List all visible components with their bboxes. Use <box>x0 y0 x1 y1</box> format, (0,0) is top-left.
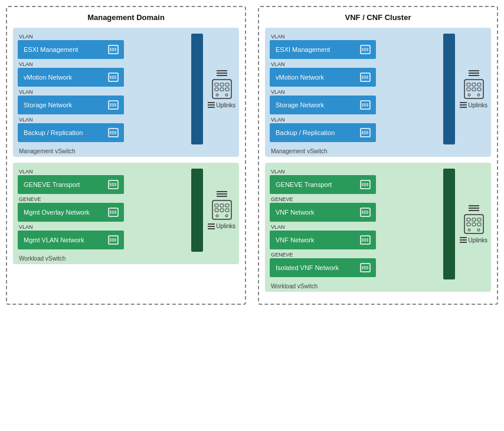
port-icon <box>359 234 371 246</box>
network-entry: VLAN vMotion Network <box>18 61 191 87</box>
dark-stripe <box>191 34 203 144</box>
network-block: VNF Network <box>270 203 376 222</box>
networks-col: VLAN ESXI Management VLAN vMotion Networ… <box>270 34 443 144</box>
h-line <box>469 73 479 74</box>
switch-device-icon <box>211 199 233 222</box>
port-icon <box>359 71 371 83</box>
vswitch-row: VLAN ESXI Management VLAN vMotion Networ… <box>18 34 239 144</box>
svg-rect-21 <box>215 83 218 86</box>
svg-rect-0 <box>109 45 118 54</box>
network-name: VNF Network <box>276 236 314 244</box>
port-icon <box>107 206 119 218</box>
network-name: vMotion Network <box>276 74 324 81</box>
port-icon <box>107 99 119 111</box>
right-lines <box>208 223 215 229</box>
network-block: Storage Network <box>270 96 376 114</box>
svg-rect-39 <box>109 236 118 244</box>
lines-block <box>469 70 479 76</box>
network-name: Storage Network <box>276 101 324 108</box>
network-entry: VLAN Storage Network <box>18 89 191 114</box>
svg-rect-5 <box>109 73 118 81</box>
vswitch-panel: VLAN ESXI Management VLAN vMotion Networ… <box>13 28 239 157</box>
network-block: Storage Network <box>18 96 124 114</box>
domain-box: VNF / CNF Cluster VLAN ESXI Management <box>258 6 498 305</box>
vswitch-row: VLAN ESXI Management VLAN vMotion Networ… <box>270 34 491 144</box>
vlan-type-label: GENEVE <box>271 196 443 202</box>
vlan-type-label: VLAN <box>19 61 191 67</box>
switch-device-icon <box>463 213 485 236</box>
svg-point-52 <box>225 215 228 217</box>
svg-rect-47 <box>225 204 229 207</box>
vlan-type-label: VLAN <box>271 117 443 123</box>
network-entry: GENEVE Mgmt Overlay Network <box>18 196 191 222</box>
networks-col: VLAN ESXI Management VLAN vMotion Networ… <box>18 34 191 144</box>
network-name: Storage Network <box>24 101 72 108</box>
domain-title: Management Domain <box>13 13 239 22</box>
h-line <box>208 228 215 229</box>
network-block: Isolated VNF Network <box>270 258 376 277</box>
vlan-type-label: VLAN <box>19 89 191 95</box>
network-entry: VLAN GENEVE Transport <box>270 169 443 194</box>
port-icon <box>107 44 119 55</box>
port-icon <box>107 179 119 190</box>
svg-point-80 <box>468 94 470 96</box>
svg-rect-26 <box>225 88 229 91</box>
vswitch-label: Management vSwitch <box>270 148 491 154</box>
vswitch-label: Workload vSwitch <box>18 255 239 262</box>
svg-rect-74 <box>467 83 470 86</box>
port-icon <box>359 127 371 139</box>
svg-rect-25 <box>220 88 224 91</box>
h-line <box>217 191 227 192</box>
page-container: Management Domain VLAN ESXI Management <box>6 6 498 305</box>
svg-rect-77 <box>467 88 470 91</box>
h-line <box>217 70 227 71</box>
uplinks-label: Uplinks <box>216 223 235 229</box>
uplinks-row: Uplinks <box>460 102 487 108</box>
vswitch-panel: VLAN GENEVE Transport GENEVE Mgmt Overla… <box>13 163 239 264</box>
svg-rect-102 <box>464 215 483 233</box>
switch-device-icon <box>211 78 233 101</box>
network-name: GENEVE Transport <box>276 181 332 188</box>
network-entry: VLAN Mgmt VLAN Network <box>18 224 191 249</box>
h-line <box>208 226 215 227</box>
svg-rect-24 <box>215 88 218 91</box>
h-line <box>208 104 215 106</box>
connector-col: Uplinks <box>460 34 491 144</box>
vlan-type-label: VLAN <box>19 34 191 40</box>
network-name: Mgmt VLAN Network <box>24 236 84 244</box>
port-icon <box>359 44 371 55</box>
lines-block <box>469 205 479 211</box>
dark-stripe <box>443 169 455 279</box>
svg-rect-76 <box>477 83 481 86</box>
dark-stripe <box>191 169 203 252</box>
port-icon <box>359 99 371 111</box>
domain-title: VNF / CNF Cluster <box>265 13 491 22</box>
svg-rect-107 <box>472 223 476 226</box>
network-name: Backup / Replication <box>276 129 335 136</box>
h-line <box>469 75 479 76</box>
network-block: Mgmt VLAN Network <box>18 231 124 249</box>
svg-rect-106 <box>467 223 470 226</box>
uplinks-row: Uplinks <box>460 237 487 244</box>
h-line <box>208 223 215 225</box>
h-line <box>469 70 479 71</box>
svg-rect-103 <box>467 218 470 221</box>
svg-rect-79 <box>477 88 481 91</box>
h-line <box>460 237 467 238</box>
network-entry: VLAN Backup / Replication <box>270 117 443 142</box>
svg-rect-34 <box>109 208 118 216</box>
port-icon <box>107 127 119 139</box>
h-line <box>460 102 467 103</box>
networks-col: VLAN GENEVE Transport GENEVE Mgmt Overla… <box>18 169 191 252</box>
svg-rect-50 <box>225 209 229 212</box>
networks-col: VLAN GENEVE Transport GENEVE VNF Network <box>270 169 443 279</box>
h-line <box>460 239 467 241</box>
port-icon <box>107 234 119 246</box>
network-block: ESXI Management <box>270 40 376 59</box>
svg-rect-29 <box>109 180 118 189</box>
port-icon <box>359 206 371 218</box>
vlan-type-label: VLAN <box>271 34 443 40</box>
svg-rect-108 <box>477 223 481 226</box>
vswitch-row: VLAN GENEVE Transport GENEVE VNF Network <box>270 169 491 279</box>
svg-rect-78 <box>472 88 476 91</box>
